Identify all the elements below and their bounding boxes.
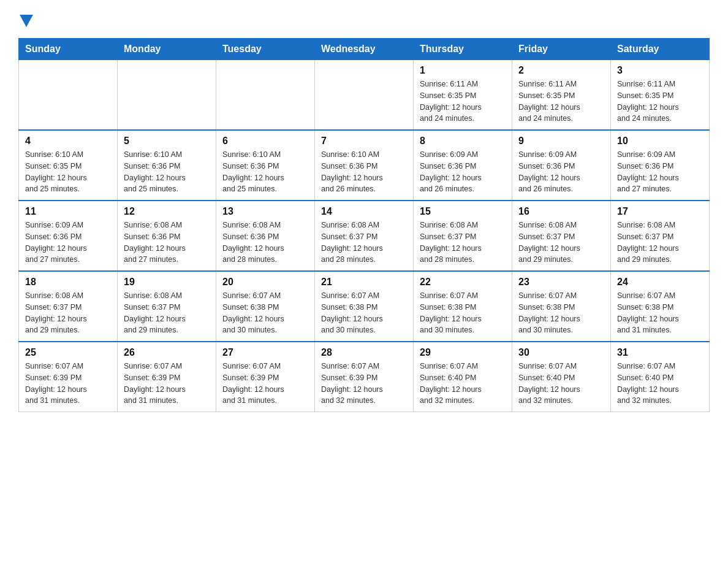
calendar-day-cell: 6Sunrise: 6:10 AM Sunset: 6:36 PM Daylig…: [216, 130, 315, 201]
day-number: 29: [420, 347, 506, 358]
calendar-day-cell: 9Sunrise: 6:09 AM Sunset: 6:36 PM Daylig…: [512, 130, 611, 201]
day-number: 4: [25, 136, 111, 147]
calendar-week-row: 11Sunrise: 6:09 AM Sunset: 6:36 PM Dayli…: [19, 201, 710, 271]
calendar-header-sunday: Sunday: [19, 39, 118, 60]
calendar-day-cell: 27Sunrise: 6:07 AM Sunset: 6:39 PM Dayli…: [216, 342, 315, 412]
day-number: 25: [25, 347, 111, 358]
day-number: 23: [518, 277, 604, 288]
day-info: Sunrise: 6:07 AM Sunset: 6:39 PM Dayligh…: [25, 361, 111, 407]
day-number: 18: [25, 277, 111, 288]
day-info: Sunrise: 6:11 AM Sunset: 6:35 PM Dayligh…: [617, 79, 703, 124]
calendar-header-tuesday: Tuesday: [216, 39, 315, 60]
day-info: Sunrise: 6:08 AM Sunset: 6:37 PM Dayligh…: [124, 290, 210, 336]
day-info: Sunrise: 6:07 AM Sunset: 6:40 PM Dayligh…: [420, 361, 506, 407]
day-number: 31: [617, 347, 703, 358]
calendar-day-cell: 1Sunrise: 6:11 AM Sunset: 6:35 PM Daylig…: [414, 60, 512, 131]
calendar-day-cell: 12Sunrise: 6:08 AM Sunset: 6:36 PM Dayli…: [118, 201, 216, 271]
day-info: Sunrise: 6:08 AM Sunset: 6:36 PM Dayligh…: [124, 220, 210, 266]
day-number: 16: [518, 206, 604, 217]
page-header: [18, 12, 710, 27]
calendar-header-saturday: Saturday: [611, 39, 710, 60]
day-number: 19: [124, 277, 210, 288]
day-number: 11: [25, 206, 111, 217]
calendar-day-cell: 3Sunrise: 6:11 AM Sunset: 6:35 PM Daylig…: [611, 60, 710, 131]
day-number: 3: [617, 65, 703, 76]
day-number: 21: [321, 277, 407, 288]
calendar-day-cell: 10Sunrise: 6:09 AM Sunset: 6:36 PM Dayli…: [611, 130, 710, 201]
calendar-day-cell: 4Sunrise: 6:10 AM Sunset: 6:35 PM Daylig…: [19, 130, 118, 201]
day-info: Sunrise: 6:08 AM Sunset: 6:37 PM Dayligh…: [25, 290, 111, 336]
calendar-day-cell: 24Sunrise: 6:07 AM Sunset: 6:38 PM Dayli…: [611, 271, 710, 342]
day-info: Sunrise: 6:07 AM Sunset: 6:40 PM Dayligh…: [617, 361, 703, 407]
day-number: 24: [617, 277, 703, 288]
day-number: 8: [420, 136, 506, 147]
day-info: Sunrise: 6:07 AM Sunset: 6:38 PM Dayligh…: [518, 290, 604, 336]
calendar-day-cell: 31Sunrise: 6:07 AM Sunset: 6:40 PM Dayli…: [611, 342, 710, 412]
calendar-day-cell: 2Sunrise: 6:11 AM Sunset: 6:35 PM Daylig…: [512, 60, 611, 131]
day-number: 26: [124, 347, 210, 358]
day-info: Sunrise: 6:08 AM Sunset: 6:37 PM Dayligh…: [518, 220, 604, 266]
day-info: Sunrise: 6:07 AM Sunset: 6:38 PM Dayligh…: [420, 290, 506, 336]
day-number: 2: [518, 65, 604, 76]
day-number: 30: [518, 347, 604, 358]
calendar-day-cell: 18Sunrise: 6:08 AM Sunset: 6:37 PM Dayli…: [19, 271, 118, 342]
day-info: Sunrise: 6:10 AM Sunset: 6:36 PM Dayligh…: [124, 149, 210, 195]
calendar-day-cell: [118, 60, 216, 131]
calendar-header-wednesday: Wednesday: [315, 39, 414, 60]
calendar-day-cell: 23Sunrise: 6:07 AM Sunset: 6:38 PM Dayli…: [512, 271, 611, 342]
day-number: 6: [222, 136, 308, 147]
calendar-day-cell: 30Sunrise: 6:07 AM Sunset: 6:40 PM Dayli…: [512, 342, 611, 412]
day-info: Sunrise: 6:10 AM Sunset: 6:35 PM Dayligh…: [25, 149, 111, 195]
day-number: 22: [420, 277, 506, 288]
day-info: Sunrise: 6:09 AM Sunset: 6:36 PM Dayligh…: [420, 149, 506, 195]
day-number: 27: [222, 347, 308, 358]
calendar-week-row: 18Sunrise: 6:08 AM Sunset: 6:37 PM Dayli…: [19, 271, 710, 342]
calendar-day-cell: 28Sunrise: 6:07 AM Sunset: 6:39 PM Dayli…: [315, 342, 414, 412]
calendar-day-cell: 11Sunrise: 6:09 AM Sunset: 6:36 PM Dayli…: [19, 201, 118, 271]
calendar-header-friday: Friday: [512, 39, 611, 60]
day-info: Sunrise: 6:11 AM Sunset: 6:35 PM Dayligh…: [420, 79, 506, 124]
calendar-day-cell: 26Sunrise: 6:07 AM Sunset: 6:39 PM Dayli…: [118, 342, 216, 412]
calendar-day-cell: 29Sunrise: 6:07 AM Sunset: 6:40 PM Dayli…: [414, 342, 512, 412]
calendar-day-cell: 5Sunrise: 6:10 AM Sunset: 6:36 PM Daylig…: [118, 130, 216, 201]
day-info: Sunrise: 6:07 AM Sunset: 6:38 PM Dayligh…: [321, 290, 407, 336]
logo: [18, 12, 33, 27]
calendar-day-cell: 14Sunrise: 6:08 AM Sunset: 6:37 PM Dayli…: [315, 201, 414, 271]
calendar-day-cell: 22Sunrise: 6:07 AM Sunset: 6:38 PM Dayli…: [414, 271, 512, 342]
day-info: Sunrise: 6:07 AM Sunset: 6:39 PM Dayligh…: [321, 361, 407, 407]
calendar-day-cell: 21Sunrise: 6:07 AM Sunset: 6:38 PM Dayli…: [315, 271, 414, 342]
day-number: 20: [222, 277, 308, 288]
day-info: Sunrise: 6:10 AM Sunset: 6:36 PM Dayligh…: [222, 149, 308, 195]
day-info: Sunrise: 6:08 AM Sunset: 6:37 PM Dayligh…: [420, 220, 506, 266]
day-info: Sunrise: 6:07 AM Sunset: 6:40 PM Dayligh…: [518, 361, 604, 407]
calendar-day-cell: 7Sunrise: 6:10 AM Sunset: 6:36 PM Daylig…: [315, 130, 414, 201]
day-number: 5: [124, 136, 210, 147]
day-number: 12: [124, 206, 210, 217]
day-number: 9: [518, 136, 604, 147]
calendar-day-cell: 16Sunrise: 6:08 AM Sunset: 6:37 PM Dayli…: [512, 201, 611, 271]
calendar-day-cell: 15Sunrise: 6:08 AM Sunset: 6:37 PM Dayli…: [414, 201, 512, 271]
calendar-week-row: 4Sunrise: 6:10 AM Sunset: 6:35 PM Daylig…: [19, 130, 710, 201]
day-number: 13: [222, 206, 308, 217]
logo-triangle-icon: [20, 15, 33, 27]
day-info: Sunrise: 6:09 AM Sunset: 6:36 PM Dayligh…: [25, 220, 111, 266]
calendar-header-monday: Monday: [118, 39, 216, 60]
day-info: Sunrise: 6:07 AM Sunset: 6:38 PM Dayligh…: [222, 290, 308, 336]
day-info: Sunrise: 6:08 AM Sunset: 6:37 PM Dayligh…: [617, 220, 703, 266]
calendar-header-row: SundayMondayTuesdayWednesdayThursdayFrid…: [19, 39, 710, 60]
calendar-day-cell: [315, 60, 414, 131]
day-number: 28: [321, 347, 407, 358]
calendar-table: SundayMondayTuesdayWednesdayThursdayFrid…: [18, 38, 710, 412]
calendar-day-cell: 8Sunrise: 6:09 AM Sunset: 6:36 PM Daylig…: [414, 130, 512, 201]
calendar-day-cell: 19Sunrise: 6:08 AM Sunset: 6:37 PM Dayli…: [118, 271, 216, 342]
day-number: 15: [420, 206, 506, 217]
calendar-header-thursday: Thursday: [414, 39, 512, 60]
day-info: Sunrise: 6:10 AM Sunset: 6:36 PM Dayligh…: [321, 149, 407, 195]
calendar-day-cell: 25Sunrise: 6:07 AM Sunset: 6:39 PM Dayli…: [19, 342, 118, 412]
calendar-day-cell: 17Sunrise: 6:08 AM Sunset: 6:37 PM Dayli…: [611, 201, 710, 271]
day-number: 7: [321, 136, 407, 147]
day-info: Sunrise: 6:08 AM Sunset: 6:36 PM Dayligh…: [222, 220, 308, 266]
svg-marker-0: [20, 15, 33, 27]
calendar-week-row: 1Sunrise: 6:11 AM Sunset: 6:35 PM Daylig…: [19, 60, 710, 131]
day-info: Sunrise: 6:09 AM Sunset: 6:36 PM Dayligh…: [617, 149, 703, 195]
